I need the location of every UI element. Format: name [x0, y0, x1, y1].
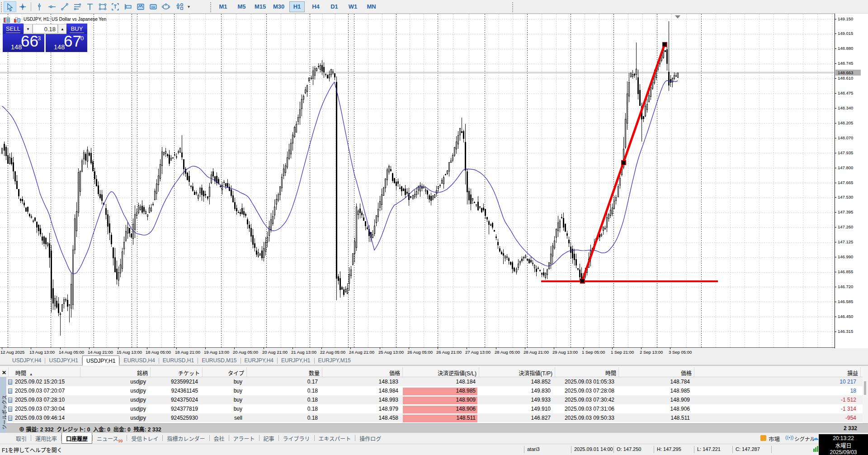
svg-text:OK: OK: [151, 6, 156, 9]
